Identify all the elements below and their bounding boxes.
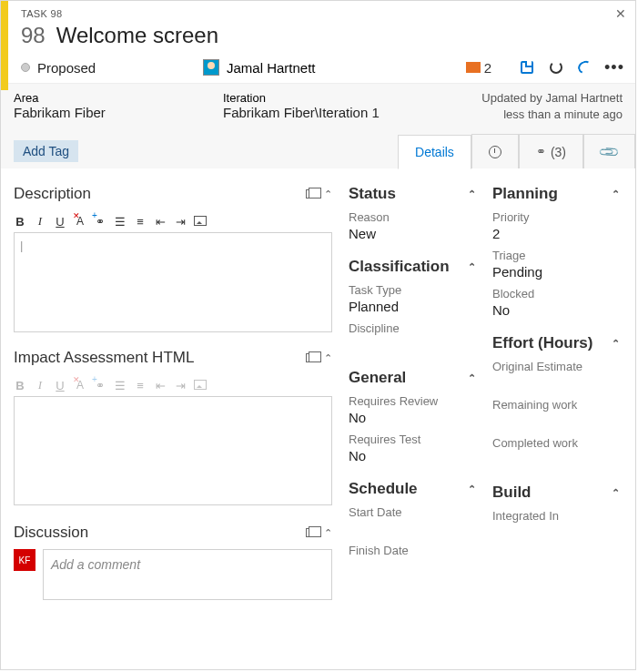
more-actions-button[interactable]: ••• [606, 59, 623, 76]
comments-count[interactable]: 2 [466, 60, 491, 76]
remove-link-button[interactable]: A [74, 379, 86, 392]
state-field[interactable]: Proposed [21, 60, 203, 76]
bold-button[interactable]: B [14, 215, 26, 229]
finishdate-label: Finish Date [349, 544, 476, 557]
bullet-list-button[interactable]: ☰ [114, 379, 127, 392]
integrated-label: Integrated In [492, 509, 620, 523]
effort-heading: Effort (Hours) [492, 334, 592, 352]
discipline-value[interactable] [349, 337, 476, 352]
refresh-icon [550, 61, 562, 74]
close-icon[interactable]: ✕ [615, 6, 626, 21]
status-heading: Status [349, 185, 396, 203]
tab-links[interactable]: ⚭(3) [519, 134, 583, 168]
chevron-up-icon[interactable]: ⌃ [612, 338, 620, 350]
chevron-up-icon[interactable]: ⌃ [612, 487, 620, 499]
bold-button[interactable]: B [14, 379, 26, 392]
comment-number: 2 [484, 60, 491, 76]
startdate-value[interactable] [349, 521, 476, 536]
assignee-field[interactable]: Jamal Hartnett [203, 59, 466, 76]
save-icon [521, 61, 533, 74]
completed-label: Completed work [492, 436, 620, 450]
underline-button[interactable]: U [54, 215, 66, 229]
description-heading: Description [14, 185, 91, 203]
bullet-list-button[interactable]: ☰ [114, 215, 127, 229]
general-heading: General [349, 369, 406, 387]
chevron-up-icon[interactable]: ⌃ [468, 372, 476, 384]
orig-estimate-value[interactable] [492, 375, 620, 391]
outdent-button[interactable]: ⇤ [154, 215, 167, 229]
tab-history[interactable] [471, 134, 519, 168]
reqtest-label: Requires Test [349, 433, 476, 446]
state-dot-icon [21, 63, 30, 72]
maximize-icon[interactable] [306, 353, 317, 362]
impact-editor[interactable] [14, 396, 332, 505]
add-tag-button[interactable]: Add Tag [14, 140, 78, 162]
remaining-value[interactable] [492, 413, 620, 429]
blocked-value[interactable]: No [492, 302, 620, 318]
area-label: Area [14, 91, 197, 105]
avatar-icon [203, 59, 219, 76]
image-icon [194, 380, 207, 390]
area-value[interactable]: Fabrikam Fiber [14, 105, 197, 120]
reqtest-value[interactable]: No [349, 448, 476, 463]
triage-label: Triage [492, 249, 620, 262]
chevron-up-icon[interactable]: ⌃ [468, 188, 476, 200]
undo-icon [576, 59, 594, 76]
priority-value[interactable]: 2 [492, 226, 620, 241]
underline-button[interactable]: U [54, 379, 66, 392]
task-id: 98 [21, 23, 46, 48]
tab-attachments[interactable]: 📎 [583, 134, 635, 168]
maximize-icon[interactable] [306, 528, 317, 537]
triage-value[interactable]: Pending [492, 264, 620, 280]
italic-button[interactable]: I [34, 378, 46, 392]
add-link-button[interactable]: ⚭ [94, 379, 106, 392]
chevron-up-icon[interactable]: ⌃ [468, 484, 476, 495]
schedule-heading: Schedule [349, 480, 418, 498]
chevron-up-icon[interactable]: ⌃ [324, 527, 332, 539]
image-button[interactable] [194, 215, 207, 229]
comment-input[interactable]: Add a comment [43, 549, 332, 600]
description-toolbar: B I U A ⚭ ☰ ≡ ⇤ ⇥ [14, 210, 332, 232]
undo-button[interactable] [577, 59, 593, 76]
reason-value[interactable]: New [349, 226, 476, 241]
save-button[interactable] [519, 59, 535, 76]
indent-button[interactable]: ⇥ [174, 379, 187, 392]
discussion-heading: Discussion [14, 524, 88, 542]
attachment-icon: 📎 [597, 139, 621, 163]
maximize-icon[interactable] [306, 189, 317, 199]
orig-estimate-label: Original Estimate [492, 360, 620, 373]
remaining-label: Remaining work [492, 398, 620, 412]
priority-label: Priority [492, 210, 620, 224]
state-value: Proposed [37, 60, 96, 76]
updated-when: less than a minute ago [432, 107, 623, 121]
tasktype-label: Task Type [349, 283, 476, 297]
add-link-button[interactable]: ⚭ [94, 215, 106, 228]
remove-link-button[interactable]: A [74, 215, 86, 228]
assignee-name: Jamal Hartnett [227, 60, 316, 76]
type-color-bar [1, 1, 8, 90]
history-icon [489, 146, 501, 158]
image-button[interactable] [194, 379, 207, 392]
chevron-up-icon[interactable]: ⌃ [324, 188, 332, 200]
link-icon: ⚭ [536, 145, 546, 158]
tab-details[interactable]: Details [398, 135, 471, 169]
numbered-list-button[interactable]: ≡ [134, 215, 147, 229]
outdent-button[interactable]: ⇤ [154, 379, 167, 392]
iteration-value[interactable]: Fabrikam Fiber\Iteration 1 [223, 105, 407, 120]
tasktype-value[interactable]: Planned [349, 299, 476, 314]
chevron-up-icon[interactable]: ⌃ [468, 261, 476, 273]
numbered-list-button[interactable]: ≡ [134, 379, 147, 392]
impact-heading: Impact Assessment HTML [14, 349, 194, 367]
chevron-up-icon[interactable]: ⌃ [612, 188, 620, 200]
chevron-up-icon[interactable]: ⌃ [324, 352, 332, 364]
reqreview-value[interactable]: No [349, 410, 476, 425]
comment-icon [466, 62, 481, 73]
completed-value[interactable] [492, 452, 620, 467]
task-title[interactable]: Welcome screen [56, 23, 218, 48]
indent-button[interactable]: ⇥ [174, 215, 187, 229]
description-editor[interactable] [14, 232, 332, 332]
links-count: (3) [551, 145, 566, 159]
iteration-label: Iteration [223, 91, 407, 105]
refresh-button[interactable] [548, 59, 564, 76]
italic-button[interactable]: I [34, 214, 46, 229]
